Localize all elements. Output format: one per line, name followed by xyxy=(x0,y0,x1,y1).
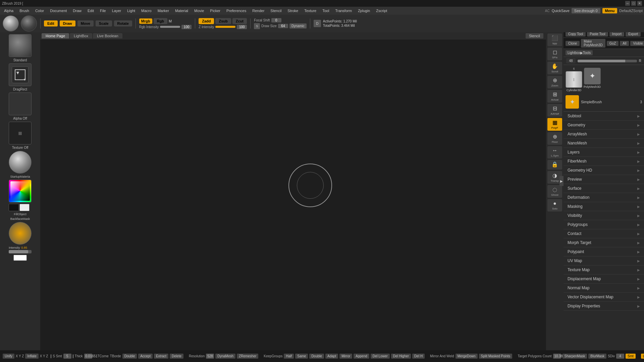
menu-marker[interactable]: Marker xyxy=(155,8,172,13)
tab-live-boolean[interactable]: Live Boolean xyxy=(93,33,122,39)
dynamic-icon[interactable]: ● Solo xyxy=(547,199,562,212)
menu-brush[interactable]: Brush xyxy=(17,8,32,13)
polyf-icon[interactable]: ▦ PolyF xyxy=(547,118,562,131)
double-btn[interactable]: Double xyxy=(122,354,137,359)
delete-btn[interactable]: Delete xyxy=(170,354,183,359)
all-btn[interactable]: All xyxy=(620,41,629,46)
export-btn[interactable]: Export xyxy=(626,32,641,37)
copy-tool-btn[interactable]: Copy Tool xyxy=(566,32,586,37)
section-geometry[interactable]: Geometry ▶ xyxy=(564,121,644,130)
tab-lightbox[interactable]: LightBox xyxy=(70,33,92,39)
menu-btn[interactable]: Menu xyxy=(602,8,618,13)
lightbox-tools-btn[interactable]: Lightbox▶Tools xyxy=(566,50,593,55)
section-vector-displacement[interactable]: Vector Displacement Map ▶ xyxy=(564,293,644,302)
menu-picker[interactable]: Picker xyxy=(207,8,223,13)
menu-zscript[interactable]: Zscript xyxy=(373,8,390,13)
thick-value[interactable]: 0.01651 xyxy=(84,354,92,359)
white-swatch[interactable] xyxy=(19,204,30,211)
menu-alpha[interactable]: Alpha xyxy=(1,8,16,13)
del-lower-btn[interactable]: Del Lower xyxy=(371,354,390,359)
ssmt-value[interactable]: 5 xyxy=(63,354,71,359)
zremesher-btn[interactable]: ZRemesher xyxy=(237,354,258,359)
blur-mask-btn[interactable]: BlurMask xyxy=(588,354,606,359)
half-btn[interactable]: Half xyxy=(284,354,294,359)
section-displacement-map[interactable]: Displacement Map ▶ xyxy=(564,275,644,284)
rgb-intensity-value[interactable]: 100 xyxy=(181,25,192,29)
rgb-intensity-slider[interactable] xyxy=(160,26,180,28)
texture-preview[interactable]: ■ xyxy=(9,122,32,144)
minimize-btn[interactable]: ─ xyxy=(625,1,630,6)
move-btn[interactable]: Move xyxy=(77,20,94,26)
section-visibility[interactable]: Visibility ▶ xyxy=(564,211,644,220)
backface-mask-preview[interactable] xyxy=(9,222,32,245)
simple-brush-icon[interactable]: ✦ xyxy=(566,95,579,109)
rgb-btn[interactable]: Rgb xyxy=(154,18,167,24)
menu-file[interactable]: File xyxy=(97,8,109,13)
sharpen-mask-btn[interactable]: SharpenMask xyxy=(562,354,587,359)
menu-transform[interactable]: Transform xyxy=(332,8,355,13)
scroll-icon[interactable]: ✋ Scroll xyxy=(547,62,562,74)
menu-layer[interactable]: Layer xyxy=(109,8,124,13)
del-higher-btn[interactable]: Del Higher xyxy=(391,354,411,359)
edit-btn[interactable]: Edit xyxy=(44,20,58,26)
material-preview[interactable] xyxy=(9,151,32,174)
menu-texture[interactable]: Texture xyxy=(302,8,319,13)
smt-btn[interactable]: Smt xyxy=(626,354,636,359)
section-deformation[interactable]: Deformation ▶ xyxy=(564,193,644,202)
lsym-icon[interactable]: ↔ L.Sym xyxy=(547,146,562,159)
section-fibermesh[interactable]: FiberMesh ▶ xyxy=(564,157,644,166)
section-layers[interactable]: Layers ▶ xyxy=(564,148,644,157)
goz-btn[interactable]: GoZ xyxy=(607,41,619,46)
menu-preferences[interactable]: Preferences xyxy=(224,8,249,13)
section-nanomesh[interactable]: NanoMesh ▶ xyxy=(564,139,644,148)
ghost-icon[interactable]: ◌ Ghost xyxy=(547,185,562,198)
matcap-sphere-icon[interactable] xyxy=(21,15,37,32)
section-masking[interactable]: Masking ▶ xyxy=(564,202,644,211)
section-surface[interactable]: Surface ▶ xyxy=(564,184,644,193)
maximize-btn[interactable]: □ xyxy=(631,1,636,6)
material-sphere-icon[interactable] xyxy=(3,15,19,32)
inflate-btn[interactable]: Inflate xyxy=(25,354,38,359)
black-swatch[interactable] xyxy=(9,204,19,211)
same-btn[interactable]: Same xyxy=(295,354,308,359)
split-masked-btn[interactable]: Split Masked Points xyxy=(479,354,513,359)
unify-btn[interactable]: Unify xyxy=(3,354,14,359)
menu-render[interactable]: Render xyxy=(250,8,267,13)
focal-shift-value[interactable]: 0 xyxy=(271,18,281,22)
section-contact[interactable]: Contact ▶ xyxy=(564,229,644,238)
accept-btn[interactable]: Accept xyxy=(138,354,153,359)
menu-macro[interactable]: Macro xyxy=(139,8,154,13)
draw-size-value[interactable]: 64 xyxy=(278,24,288,28)
dynamic-btn[interactable]: Dynamic xyxy=(289,23,307,28)
menu-edit[interactable]: Edit xyxy=(85,8,97,13)
make-polymesh-btn[interactable]: Make PolyMesh3D xyxy=(581,39,605,48)
spix-icon[interactable]: ◻ SPix xyxy=(547,48,562,60)
menu-document[interactable]: Document xyxy=(47,8,69,13)
section-preview[interactable]: Preview ▶ xyxy=(564,175,644,184)
actual-icon[interactable]: ⊞ Actual xyxy=(547,90,562,103)
white-color-swatch[interactable] xyxy=(13,255,27,261)
section-polypaint[interactable]: Polypaint ▶ xyxy=(564,247,644,256)
intensity-slider[interactable] xyxy=(9,250,32,253)
extract-btn[interactable]: Extract xyxy=(154,354,168,359)
menu-color[interactable]: Color xyxy=(33,8,47,13)
menu-stencil[interactable]: Stencil xyxy=(268,8,284,13)
visible-btn[interactable]: Visible xyxy=(630,41,644,46)
drag-rect-btn[interactable]: ▼ xyxy=(9,63,32,86)
clone-btn[interactable]: Clone xyxy=(566,41,580,46)
lazy-mouse-btn[interactable]: LazyMouse xyxy=(641,354,644,359)
s-icon[interactable]: S xyxy=(254,23,260,29)
paste-tool-btn[interactable]: Paste Tool xyxy=(587,32,608,37)
section-arraymesh[interactable]: ArrayMesh ▶ xyxy=(564,130,644,139)
color-picker[interactable] xyxy=(9,180,32,202)
lock-icon[interactable]: 🔒 xyxy=(547,160,562,170)
see-through-btn[interactable]: See-through 0 xyxy=(572,8,600,13)
draw-btn[interactable]: Draw xyxy=(60,20,75,26)
z-intensity-value[interactable]: 100 xyxy=(237,25,247,29)
mrgb-btn[interactable]: Mrgb xyxy=(139,18,152,24)
cylinder-thumb[interactable]: | xyxy=(566,71,582,88)
bpp-icon[interactable]: ⬛ bpp xyxy=(547,34,562,46)
section-uv-map[interactable]: UV Map ▶ xyxy=(564,256,644,265)
rotate-btn[interactable]: Rotate xyxy=(114,20,132,26)
slider-value[interactable]: 48 xyxy=(566,58,576,63)
